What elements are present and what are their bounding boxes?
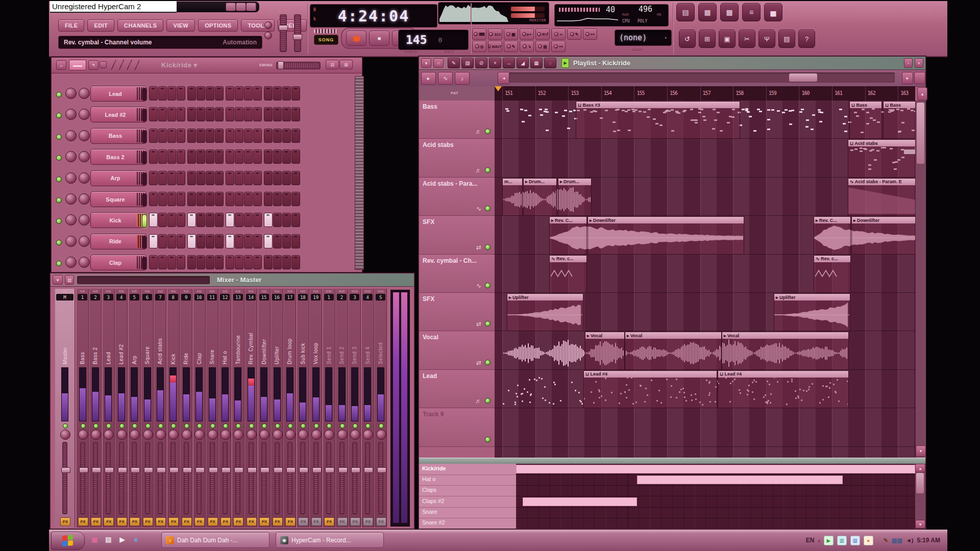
strip-fx-button[interactable]: FX [273, 517, 283, 526]
step-cell-off[interactable] [187, 192, 196, 206]
strip-fader[interactable] [170, 442, 176, 514]
channel-select-pill[interactable] [142, 172, 147, 186]
step-cell-off[interactable] [197, 255, 205, 269]
menu-item-channels[interactable]: CHANNELS [117, 19, 163, 32]
step-cell-off[interactable] [273, 86, 282, 101]
clip[interactable]: ▸ Downlifter [851, 216, 915, 254]
strip-fader[interactable] [313, 442, 318, 514]
step-cell-off[interactable] [244, 107, 253, 121]
clip-header[interactable]: ▸ Drum... [524, 179, 556, 185]
mixer-strip-hat-o[interactable]: INS12Hat oFX [218, 289, 231, 528]
strip-knob[interactable] [208, 430, 218, 440]
mute-tool[interactable]: × [489, 58, 501, 68]
step-cell-on[interactable] [187, 213, 196, 227]
fader-handle[interactable] [234, 467, 243, 473]
pan-knob[interactable] [65, 193, 77, 205]
strip-knob[interactable] [104, 430, 114, 440]
pen-tray-icon[interactable]: ✎ [884, 537, 888, 544]
volume-tray-icon[interactable]: ◄) [906, 537, 914, 543]
step-cell-off[interactable] [244, 234, 253, 248]
clip-header[interactable]: ⊔ Bass #3 [576, 102, 740, 108]
volume-knob[interactable] [79, 214, 90, 226]
step-cell-off[interactable] [253, 213, 262, 227]
strip-fader[interactable] [197, 442, 202, 514]
step-cell-off[interactable] [149, 107, 158, 121]
step-cell-on[interactable] [149, 234, 158, 248]
channel-button[interactable]: Arp [90, 170, 146, 186]
fader-handle[interactable] [222, 467, 231, 473]
step-cell-off[interactable] [167, 149, 176, 164]
mixer-menu-icon[interactable]: ▾ [53, 275, 63, 285]
strip-knob[interactable] [156, 430, 166, 440]
mixer-strip-master[interactable]: INSMMasterFX [55, 289, 75, 528]
step-cell-off[interactable] [206, 149, 214, 164]
strip-fx-button[interactable]: FX [143, 517, 153, 526]
step-cell-off[interactable] [215, 171, 224, 185]
clip-header[interactable]: ▸ Rev. C... [550, 217, 586, 223]
clip-header[interactable]: ▸ Vocal [625, 332, 721, 339]
swing-slider[interactable] [276, 62, 321, 69]
fader-handle[interactable] [312, 467, 322, 473]
strip-knob[interactable] [130, 430, 140, 440]
step-cell-off[interactable] [158, 86, 167, 101]
scroll-up-button[interactable]: ▴ [917, 87, 927, 101]
volume-knob[interactable] [79, 109, 90, 120]
clip[interactable]: ∿ Rev. c... [549, 255, 587, 293]
clip-header[interactable]: ▸ Vocal [585, 332, 624, 339]
step-cell-off[interactable] [197, 234, 205, 248]
scroll-down-button[interactable]: ▾ [916, 445, 926, 457]
fader-handle[interactable] [105, 467, 114, 473]
channel-led[interactable] [56, 134, 62, 140]
document-icon[interactable]: ▤ [104, 535, 113, 544]
strip-fx-button[interactable]: FX [247, 517, 257, 526]
picker-row-kick-ride[interactable]: Kick/ride [422, 465, 446, 471]
clip-header[interactable]: ▸ Downlifter [852, 217, 915, 223]
step-cell-off[interactable] [244, 86, 253, 101]
draw-tool[interactable]: ✎ [448, 58, 460, 68]
step-cell-off[interactable] [282, 213, 291, 227]
strip-fader[interactable] [158, 442, 163, 514]
channel-button[interactable]: Bass 2 [90, 149, 146, 165]
step-cell-off[interactable] [206, 255, 214, 269]
step-cell-off[interactable] [273, 192, 282, 206]
step-cell-off[interactable] [158, 149, 167, 164]
step-cell-off[interactable] [187, 107, 196, 121]
clip[interactable]: ∿ Rev. c... [814, 255, 851, 293]
strip-knob[interactable] [298, 430, 308, 440]
step-cell-off[interactable] [187, 149, 196, 164]
track-led[interactable] [485, 321, 491, 327]
clip-header[interactable]: ∿ Rev. c... [814, 256, 850, 262]
pan-knob[interactable] [65, 236, 77, 247]
fader-handle[interactable] [286, 467, 296, 473]
strip-led[interactable] [327, 423, 332, 429]
multilink-button[interactable]: ▥ [535, 41, 550, 52]
step-cell-off[interactable] [226, 171, 234, 185]
mixer-layout-icon[interactable]: ▥ [65, 275, 74, 285]
project-notes-button[interactable]: ▤ [778, 30, 795, 48]
strip-knob[interactable] [168, 430, 179, 440]
mixer-titlebar[interactable]: ▾ ▥ Mixer - Master [51, 273, 414, 287]
step-cell-off[interactable] [291, 213, 300, 227]
typing-keyboard-button[interactable]: ⌨ [472, 29, 486, 40]
clip-header[interactable]: ▸ Uplifter [774, 294, 850, 300]
channel-led[interactable] [56, 155, 62, 161]
strip-fx-button[interactable]: FX [78, 517, 88, 526]
loop-record-button[interactable]: ∞ [551, 29, 566, 40]
strip-fx-button[interactable]: FX [233, 517, 243, 526]
cut-button[interactable]: ✂ [739, 30, 755, 48]
step-cell-off[interactable] [167, 129, 176, 143]
step-cell-off[interactable] [167, 171, 176, 185]
step-cell-off[interactable] [206, 192, 214, 206]
step-cell-off[interactable] [187, 129, 196, 143]
mixer-strip-lead[interactable]: INS3LeadFX [102, 289, 115, 528]
mixer-strip-tambourine[interactable]: INS13TambourineFX [232, 289, 244, 528]
strip-fader[interactable] [326, 442, 331, 514]
strip-knob[interactable] [337, 430, 348, 440]
strip-led[interactable] [145, 423, 151, 429]
step-cell-off[interactable] [253, 234, 262, 248]
clip[interactable]: ⊔ Lead #4 [718, 370, 849, 408]
download-tray-icon[interactable]: ● [864, 536, 873, 545]
step-cell-off[interactable] [264, 171, 273, 185]
step-cell-off[interactable] [291, 107, 300, 121]
playlist-track-bass[interactable]: Bass♬ [419, 101, 495, 139]
